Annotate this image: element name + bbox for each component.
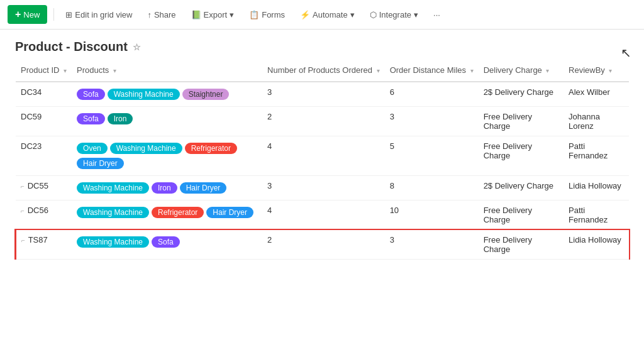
product-tag[interactable]: Sofa: [77, 89, 105, 100]
cell-order-distance: 10: [385, 201, 479, 230]
new-button[interactable]: + New: [8, 5, 47, 24]
cell-review-by: Lidia Holloway: [564, 176, 629, 201]
title-text: Product - Discount: [15, 40, 128, 54]
cell-num-ordered: 3: [262, 82, 385, 107]
product-tag[interactable]: Sofa: [77, 113, 105, 124]
col-delivery-charge[interactable]: Delivery Charge ▾: [479, 59, 564, 82]
separator: [53, 8, 54, 21]
more-button[interactable]: ···: [428, 7, 445, 23]
table-row: DC23OvenWashing MachineRefrigeratorHair …: [16, 136, 629, 176]
edit-grid-button[interactable]: ⊞ Edit in grid view: [60, 7, 137, 23]
integrate-button[interactable]: ⬡ Integrate ▾: [365, 7, 423, 23]
cell-product-id: ⌐ TS87: [16, 230, 72, 260]
cell-num-ordered: 4: [262, 201, 385, 230]
col-product-id[interactable]: Product ID ▾: [16, 59, 72, 82]
cell-review-by: Lidia Holloway: [564, 230, 629, 260]
cell-order-distance: 3: [385, 107, 479, 136]
table-row: ⌐ DC56Washing MachineRefrigeratorHair Dr…: [16, 201, 629, 230]
automate-chevron-icon: ▾: [350, 10, 355, 19]
integrate-label: Integrate: [379, 10, 411, 19]
automate-icon: ⚡: [300, 10, 310, 19]
forms-button[interactable]: 📋 Forms: [244, 7, 290, 23]
export-chevron-icon: ▾: [230, 10, 234, 19]
table-header: Product ID ▾ Products ▾ Number of Produc…: [16, 59, 629, 82]
cell-order-distance: 6: [385, 82, 479, 107]
cell-delivery-charge: 2$ Delivery Charge: [479, 176, 564, 201]
table-row: DC34SofaWashing MachineStaightner362$ De…: [16, 82, 629, 107]
col-order-distance[interactable]: Order Distance Miles ▾: [385, 59, 479, 82]
product-tag[interactable]: Hair Dryer: [77, 158, 124, 169]
more-label: ···: [433, 10, 440, 19]
sort-icon-review-by: ▾: [609, 67, 612, 74]
cell-products: OvenWashing MachineRefrigeratorHair Drye…: [72, 136, 262, 176]
product-tag[interactable]: Washing Machine: [77, 182, 149, 194]
product-tag[interactable]: Hair Dryer: [206, 207, 253, 218]
automate-button[interactable]: ⚡ Automate ▾: [295, 7, 360, 23]
table-row: ⌐ TS87Washing MachineSofa23Free Delivery…: [16, 230, 629, 260]
sort-icon-num-ordered: ▾: [377, 67, 380, 74]
sort-icon-delivery-charge: ▾: [546, 67, 549, 74]
cell-product-id: ⌐ DC55: [16, 176, 72, 201]
cell-num-ordered: 2: [262, 107, 385, 136]
product-tag[interactable]: Washing Machine: [108, 89, 180, 100]
product-tag[interactable]: Refrigerator: [185, 143, 237, 154]
cell-order-distance: 8: [385, 176, 479, 201]
sub-indicator: ⌐: [21, 237, 27, 244]
star-icon[interactable]: ☆: [133, 42, 141, 52]
cell-product-id: ⌐ DC56: [16, 201, 72, 230]
share-label: Share: [154, 10, 176, 19]
cell-products: Washing MachineSofa: [72, 230, 262, 260]
cell-num-ordered: 2: [262, 230, 385, 260]
sort-icon-products: ▾: [113, 67, 116, 74]
product-tag[interactable]: Washing Machine: [77, 207, 149, 218]
col-review-by[interactable]: ReviewBy ▾: [564, 59, 629, 82]
product-tag[interactable]: Iron: [152, 182, 177, 194]
export-button[interactable]: 📗 Export ▾: [186, 7, 240, 23]
cell-review-by: Johanna Lorenz: [564, 107, 629, 136]
product-tag[interactable]: Hair Dryer: [180, 182, 227, 194]
table-container: Product ID ▾ Products ▾ Number of Produc…: [0, 59, 644, 260]
new-label: New: [23, 10, 40, 19]
product-tag[interactable]: Washing Machine: [110, 143, 182, 154]
sub-indicator: ⌐: [21, 207, 26, 214]
grid-icon: ⊞: [65, 10, 72, 19]
cell-products: SofaIron: [72, 107, 262, 136]
cell-delivery-charge: Free Delivery Charge: [479, 107, 564, 136]
table-row: ⌐ DC55Washing MachineIronHair Dryer382$ …: [16, 176, 629, 201]
product-tag[interactable]: Sofa: [152, 236, 180, 248]
excel-icon: 📗: [191, 10, 201, 19]
cell-products: SofaWashing MachineStaightner: [72, 82, 262, 107]
automate-label: Automate: [313, 10, 348, 19]
product-tag[interactable]: Iron: [108, 113, 133, 124]
table-row: DC59SofaIron23Free Delivery ChargeJohann…: [16, 107, 629, 136]
product-id: DC34: [21, 87, 42, 97]
cell-delivery-charge: 2$ Delivery Charge: [479, 82, 564, 107]
product-id: DC59: [21, 112, 42, 121]
cell-num-ordered: 4: [262, 136, 385, 176]
cell-products: Washing MachineRefrigeratorHair Dryer: [72, 201, 262, 230]
product-tag[interactable]: Refrigerator: [152, 207, 204, 218]
table-body: DC34SofaWashing MachineStaightner362$ De…: [16, 82, 629, 260]
sort-icon-product-id: ▾: [64, 67, 67, 74]
page-title: Product - Discount ☆: [15, 40, 629, 54]
product-tag[interactable]: Staightner: [182, 89, 230, 100]
forms-label: Forms: [262, 10, 285, 19]
page-header: Product - Discount ☆: [0, 30, 644, 59]
product-tag[interactable]: Oven: [77, 143, 108, 154]
sort-icon-order-distance: ▾: [470, 67, 474, 74]
cell-order-distance: 3: [385, 230, 479, 260]
tags-container: SofaIron: [77, 112, 257, 126]
toolbar: + New ⊞ Edit in grid view ↑ Share 📗 Expo…: [0, 0, 644, 30]
plus-icon: +: [15, 9, 21, 20]
share-button[interactable]: ↑ Share: [142, 7, 180, 23]
product-tag[interactable]: Washing Machine: [77, 236, 149, 248]
tags-container: SofaWashing MachineStaightner: [77, 87, 257, 101]
sub-indicator: ⌐: [21, 183, 26, 190]
col-num-ordered[interactable]: Number of Products Ordered ▾: [262, 59, 385, 82]
cell-product-id: DC23: [16, 136, 72, 176]
cell-review-by: Patti Fernandez: [564, 136, 629, 176]
cell-products: Washing MachineIronHair Dryer: [72, 176, 262, 201]
cell-review-by: Alex Wilber: [564, 82, 629, 107]
export-label: Export: [204, 10, 228, 19]
col-products[interactable]: Products ▾: [72, 59, 262, 82]
